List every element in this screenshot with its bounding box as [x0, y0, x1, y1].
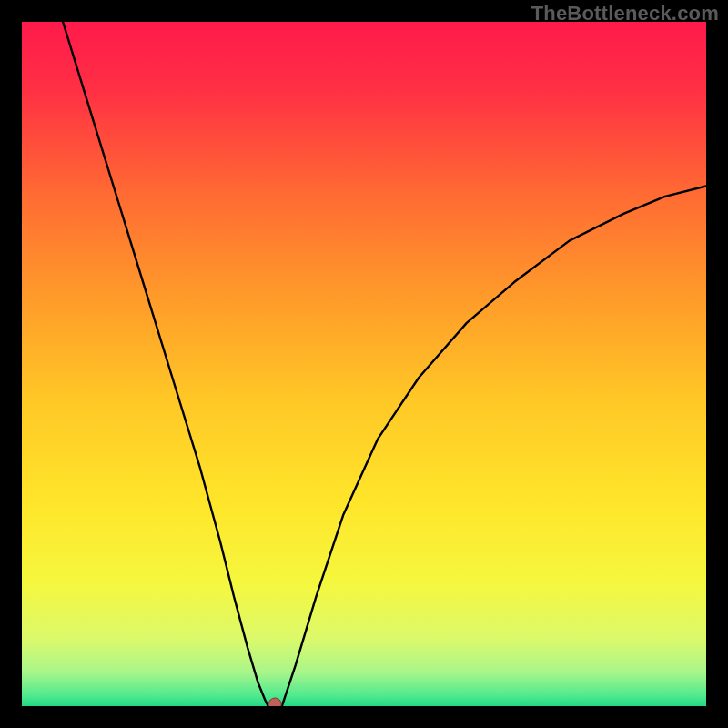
plot-area [22, 22, 706, 706]
curve-line [63, 22, 706, 706]
min-marker-dot [268, 698, 281, 706]
chart-frame: TheBottleneck.com [0, 0, 728, 728]
bottleneck-curve [22, 22, 706, 706]
watermark-text: TheBottleneck.com [531, 2, 719, 25]
